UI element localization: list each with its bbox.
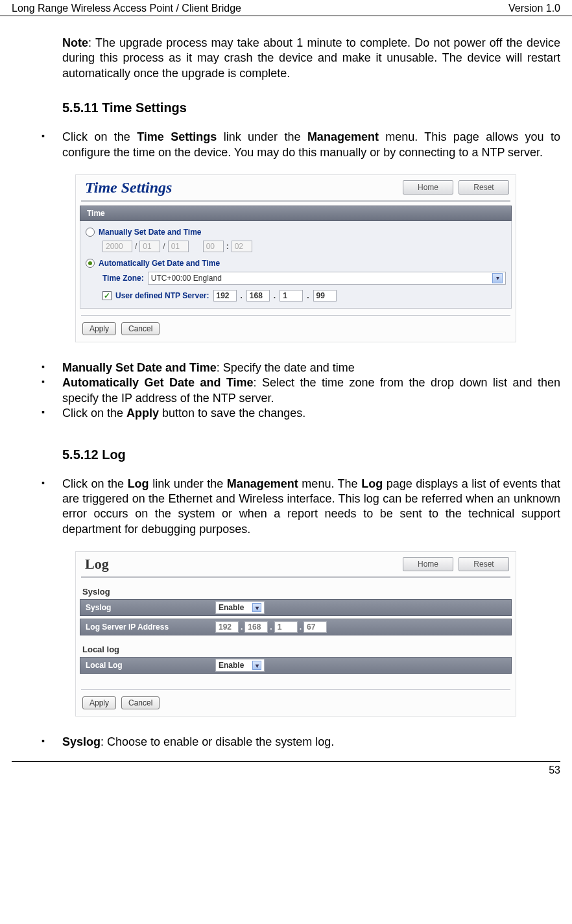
log-ip-2[interactable]: 168 — [244, 621, 268, 633]
chevron-down-icon: ▾ — [492, 273, 503, 283]
timezone-select[interactable]: UTC+00:00 England ▾ — [148, 272, 506, 285]
chevron-down-icon: ▾ — [252, 661, 261, 670]
ntp-ip-2[interactable]: 168 — [246, 290, 270, 302]
apply-button[interactable]: Apply — [82, 322, 116, 335]
apply-button[interactable]: Apply — [82, 696, 116, 709]
header-right: Version 1.0 — [508, 3, 560, 14]
ntp-label: User defined NTP Server: — [115, 291, 209, 300]
ntp-ip-4[interactable]: 99 — [313, 290, 337, 302]
row-syslog: Syslog Enable ▾ — [80, 599, 512, 616]
panel-title: Time Settings — [82, 179, 172, 196]
section-syslog-label: Syslog — [82, 587, 512, 597]
figure-time-settings: Time Settings Home Reset Time Manually S… — [75, 174, 516, 342]
cancel-button[interactable]: Cancel — [121, 696, 160, 709]
reset-button[interactable]: Reset — [459, 180, 509, 195]
reset-button[interactable]: Reset — [459, 557, 509, 571]
chevron-down-icon: ▾ — [252, 603, 261, 612]
bullet-syslog: Syslog: Choose to enable or disable the … — [38, 735, 560, 750]
note-paragraph: Note: The upgrade process may take about… — [62, 36, 560, 81]
note-text: : The upgrade process may take about 1 m… — [62, 36, 560, 80]
bullet-time-intro: Click on the Time Settings link under th… — [38, 130, 560, 160]
cancel-button[interactable]: Cancel — [121, 322, 160, 335]
bullet-apply: Click on the Apply button to save the ch… — [38, 406, 560, 421]
auto-label: Automatically Get Date and Time — [99, 259, 220, 268]
page-header: Long Range Wireless Access Point / Clien… — [0, 0, 572, 16]
day-input[interactable]: 01 — [168, 241, 189, 252]
minute-input[interactable]: 02 — [232, 241, 252, 252]
bullet-log-intro: Click on the Log link under the Manageme… — [38, 477, 560, 538]
month-input[interactable]: 01 — [139, 241, 160, 252]
panel-title-log: Log — [82, 556, 109, 573]
figure-log: Log Home Reset Syslog Syslog Enable ▾ Lo… — [75, 551, 516, 717]
page-footer: 53 — [12, 761, 560, 785]
ntp-ip-1[interactable]: 192 — [213, 290, 237, 302]
hour-input[interactable]: 00 — [203, 241, 224, 252]
log-ip-3[interactable]: 1 — [274, 621, 298, 633]
syslog-select[interactable]: Enable ▾ — [215, 601, 265, 614]
heading-time-settings: 5.5.11 Time Settings — [62, 101, 560, 115]
section-bar-time: Time — [80, 206, 512, 221]
manual-label: Manually Set Date and Time — [99, 228, 202, 237]
row-log-server-ip: Log Server IP Address 192 . 168 . 1 . 67 — [80, 619, 512, 635]
local-log-select[interactable]: Enable ▾ — [215, 659, 265, 672]
bullet-manual: Manually Set Date and Time: Specify the … — [38, 361, 560, 375]
year-input[interactable]: 2000 — [102, 241, 132, 252]
heading-log: 5.5.12 Log — [62, 447, 560, 462]
bullet-auto: Automatically Get Date and Time: Select … — [38, 375, 560, 406]
radio-auto[interactable] — [86, 259, 95, 268]
home-button[interactable]: Home — [403, 180, 453, 195]
radio-manual[interactable] — [86, 228, 95, 237]
timezone-label: Time Zone: — [102, 274, 144, 283]
page-number: 53 — [549, 764, 560, 776]
log-ip-4[interactable]: 67 — [304, 621, 327, 633]
header-left: Long Range Wireless Access Point / Clien… — [12, 3, 241, 14]
ntp-ip-3[interactable]: 1 — [280, 290, 303, 302]
row-local-log: Local Log Enable ▾ — [80, 657, 512, 674]
note-label: Note — [62, 36, 88, 49]
log-ip-1[interactable]: 192 — [215, 621, 239, 633]
ntp-checkbox[interactable]: ✓ — [102, 291, 112, 300]
section-local-label: Local log — [82, 645, 512, 654]
home-button[interactable]: Home — [403, 557, 453, 571]
